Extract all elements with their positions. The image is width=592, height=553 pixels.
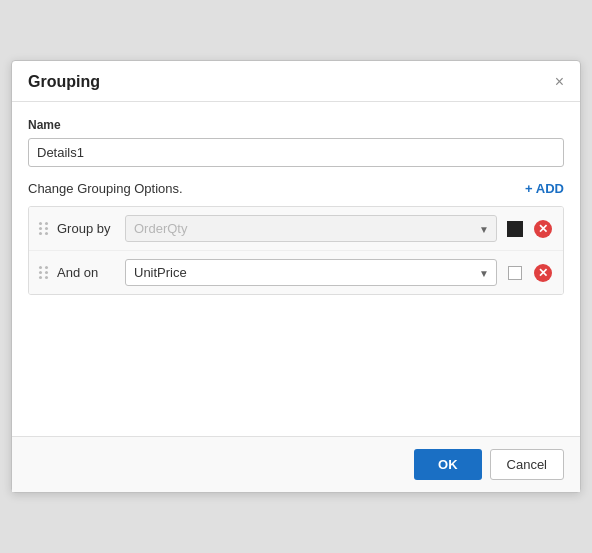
grouping-options-row: Change Grouping Options. + ADD bbox=[28, 181, 564, 196]
name-input[interactable] bbox=[28, 138, 564, 167]
row-label: And on bbox=[57, 265, 117, 280]
content-area: Group by OrderQty ▼ ✕ bbox=[12, 206, 580, 436]
add-button[interactable]: + ADD bbox=[525, 181, 564, 196]
table-row: Group by OrderQty ▼ ✕ bbox=[29, 207, 563, 251]
group-by-select[interactable]: OrderQty bbox=[125, 215, 497, 242]
close-button[interactable]: × bbox=[555, 74, 564, 90]
remove-icon: ✕ bbox=[534, 264, 552, 282]
drag-handle[interactable] bbox=[39, 266, 49, 279]
remove-button[interactable]: ✕ bbox=[533, 219, 553, 239]
name-label: Name bbox=[28, 118, 564, 132]
drag-handle[interactable] bbox=[39, 222, 49, 235]
checkbox-cell bbox=[505, 219, 525, 239]
grouping-dialog: Grouping × Name Change Grouping Options.… bbox=[11, 60, 581, 493]
ok-button[interactable]: OK bbox=[414, 449, 482, 480]
empty-checkbox[interactable] bbox=[508, 266, 522, 280]
row-label: Group by bbox=[57, 221, 117, 236]
table-row: And on UnitPrice ▼ ✕ bbox=[29, 251, 563, 294]
remove-button[interactable]: ✕ bbox=[533, 263, 553, 283]
dialog-body: Name Change Grouping Options. + ADD bbox=[12, 102, 580, 196]
grouping-options-label: Change Grouping Options. bbox=[28, 181, 183, 196]
select-wrapper: UnitPrice ▼ bbox=[125, 259, 497, 286]
cancel-button[interactable]: Cancel bbox=[490, 449, 564, 480]
checkbox-cell bbox=[505, 263, 525, 283]
grouping-table: Group by OrderQty ▼ ✕ bbox=[28, 206, 564, 295]
dialog-header: Grouping × bbox=[12, 61, 580, 102]
select-wrapper: OrderQty ▼ bbox=[125, 215, 497, 242]
dialog-title: Grouping bbox=[28, 73, 100, 91]
and-on-select[interactable]: UnitPrice bbox=[125, 259, 497, 286]
dialog-footer: OK Cancel bbox=[12, 436, 580, 492]
remove-icon: ✕ bbox=[534, 220, 552, 238]
filled-checkbox[interactable] bbox=[507, 221, 523, 237]
